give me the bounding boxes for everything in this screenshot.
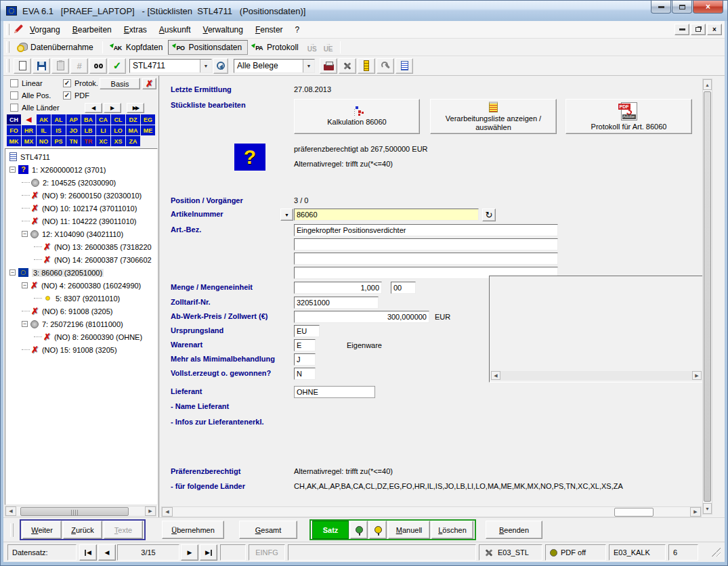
country-prev-button[interactable]: ◀ (85, 103, 102, 113)
beleg-combobox[interactable]: STL4711 ▼ (129, 59, 212, 73)
scroll-right-button[interactable]: ▶ (145, 506, 156, 516)
tree-node[interactable]: ✗ (NO) 9: 26000150 (32030010) (7, 189, 157, 202)
checkbox-box[interactable] (10, 91, 18, 100)
zolltarif-input[interactable] (294, 297, 379, 309)
tree-node[interactable]: ✗ (NO) 11: 104222 (39011010) (7, 215, 157, 227)
country-tile[interactable]: AK (37, 114, 51, 125)
country-tile[interactable]: AL (51, 114, 66, 125)
gesamt-button[interactable]: Gesamt (239, 521, 297, 539)
country-tile[interactable]: PS (51, 136, 66, 146)
country-tile[interactable]: ZA (126, 136, 140, 146)
menu-help[interactable]: ? (289, 22, 306, 37)
uebernehmen-button[interactable]: Übernehmen (162, 521, 224, 539)
collapse-icon[interactable]: − (9, 167, 16, 173)
alle-pos-checkbox[interactable]: Alle Pos. (10, 91, 51, 100)
info-listbox-scrollbar[interactable]: ◀ ▶ (491, 371, 702, 380)
country-tile[interactable]: BA (81, 114, 95, 125)
satz-button[interactable]: Satz (312, 521, 349, 539)
close-button[interactable]: × (693, 1, 723, 14)
country-tile[interactable]: LB (81, 125, 95, 135)
scroll-down-button[interactable]: ▼ (703, 503, 712, 514)
beenden-button[interactable]: Beenden (486, 521, 542, 539)
country-tile[interactable]: IL (37, 125, 51, 135)
country-tile[interactable]: MX (22, 136, 36, 146)
menu-verwaltung[interactable]: Verwaltung (197, 22, 249, 37)
menu-auskunft[interactable]: Auskunft (153, 22, 197, 37)
new-document-button[interactable] (14, 58, 31, 74)
artikelnummer-dropdown-button[interactable]: ▼ (280, 209, 293, 221)
country-tile[interactable]: AP (66, 114, 81, 125)
paste-button[interactable] (51, 58, 69, 74)
menu-extras[interactable]: Extras (118, 22, 153, 37)
tree-node[interactable]: ✗ (NO) 15: 91008 (3205) (7, 343, 157, 356)
main-toolbar-grip[interactable] (6, 59, 9, 72)
country-tile[interactable]: LO (111, 125, 125, 135)
minimize-button[interactable] (651, 1, 671, 14)
country-tile[interactable]: XS (111, 136, 125, 146)
pin-yellow-button[interactable] (369, 521, 387, 539)
collapse-icon[interactable]: − (22, 321, 28, 327)
scroll-left-button[interactable]: ◀ (491, 371, 500, 380)
print-button[interactable] (320, 58, 337, 74)
collapse-icon[interactable]: − (22, 282, 28, 288)
datenuebernahme-button[interactable]: Datenübernahme (12, 40, 99, 55)
number-button[interactable]: # (70, 58, 88, 74)
linear-checkbox[interactable]: Linear (10, 79, 43, 87)
checkbox-box[interactable] (10, 104, 18, 112)
tree-node[interactable]: ✗ (NO) 10: 102174 (37011010) (7, 202, 157, 215)
warenart-input[interactable] (294, 339, 316, 351)
artbez-input-3[interactable] (294, 253, 558, 265)
pdf-checkbox[interactable]: ✓ PDF (63, 91, 89, 100)
protok-checkbox[interactable]: ✓ Protok. (63, 79, 98, 87)
basis-button[interactable]: Basis (100, 78, 140, 89)
tree-node[interactable]: 5: 8307 (92011010) (7, 292, 157, 305)
tree-node-selected[interactable]: − 3: 86060 (32051000) (7, 266, 157, 279)
tree-node[interactable]: − ? 1: X260000012 (3701) (7, 163, 157, 176)
kalkulation-button[interactable]: Kalkulation 86060 (294, 99, 420, 134)
artbez-input-1[interactable] (294, 224, 558, 236)
tree-node[interactable]: − 12: X104090 (34021110) (7, 227, 157, 240)
menu-bearbeiten[interactable]: Bearbeiten (66, 22, 118, 37)
tools-button[interactable] (339, 58, 356, 74)
collapse-icon[interactable]: − (22, 231, 28, 237)
tree-node[interactable]: ✗ (NO) 13: 26000385 (7318220 (7, 240, 157, 253)
checkbox-box[interactable]: ✓ (63, 79, 71, 87)
mdi-close-button[interactable]: × (707, 24, 722, 35)
texte-button[interactable]: Texte (104, 521, 143, 539)
menubar-grip[interactable] (6, 24, 9, 36)
checkbox-box[interactable]: ✓ (63, 91, 71, 100)
loeschen-button[interactable]: Löschen (431, 521, 473, 539)
scrollbar-thumb[interactable] (704, 91, 711, 502)
collapse-icon[interactable]: − (9, 269, 16, 276)
country-tile[interactable]: EG (141, 114, 155, 125)
tree-root[interactable]: STL4711 (7, 150, 157, 163)
mdi-minimize-button[interactable] (675, 24, 689, 35)
verarbeitungsliste-button[interactable]: Verarbeitungsliste anzeigen / auswählen (430, 99, 557, 134)
manuell-button[interactable]: Manuell (388, 521, 430, 539)
window-resize-grip[interactable] (712, 548, 721, 557)
mdi-restore-button[interactable] (691, 24, 706, 35)
menge-input[interactable] (294, 282, 382, 294)
form-horizontal-scrollbar[interactable]: ◀ ▶ (161, 506, 702, 517)
scroll-right-button[interactable]: ▶ (692, 371, 702, 380)
save-button[interactable] (33, 58, 50, 74)
confirm-button[interactable]: ✓ (108, 58, 126, 74)
country-tile[interactable]: DZ (126, 114, 140, 125)
country-tile[interactable]: ME (141, 125, 155, 135)
scroll-up-button[interactable]: ▲ (703, 79, 712, 90)
record-last-button[interactable]: ▶ (200, 544, 217, 561)
tree-node[interactable]: − 7: 25072196 (81011000) (7, 318, 157, 330)
scroll-left-button[interactable]: ◀ (162, 507, 173, 517)
country-tile[interactable]: MK (7, 136, 21, 146)
artikelnummer-refresh-button[interactable]: ↻ (482, 209, 496, 221)
mengeneinheit-input[interactable] (391, 282, 416, 294)
scrollbar-thumb[interactable] (614, 508, 654, 517)
beleg-combobox-dropdown[interactable]: ▼ (200, 60, 211, 72)
country-tile[interactable]: CA (96, 114, 110, 125)
form-vertical-scrollbar[interactable]: ▲ ▼ (702, 79, 712, 515)
delete-filter-button[interactable]: ✗ (142, 78, 156, 89)
tree-node[interactable]: ✗ (NO) 6: 91008 (3205) (7, 305, 157, 318)
tree-horizontal-scrollbar[interactable]: ◀ ▶ (5, 506, 156, 517)
tree-node[interactable]: 2: 104525 (32030090) (7, 176, 157, 189)
alle-laender-checkbox[interactable]: Alle Länder (10, 104, 60, 112)
